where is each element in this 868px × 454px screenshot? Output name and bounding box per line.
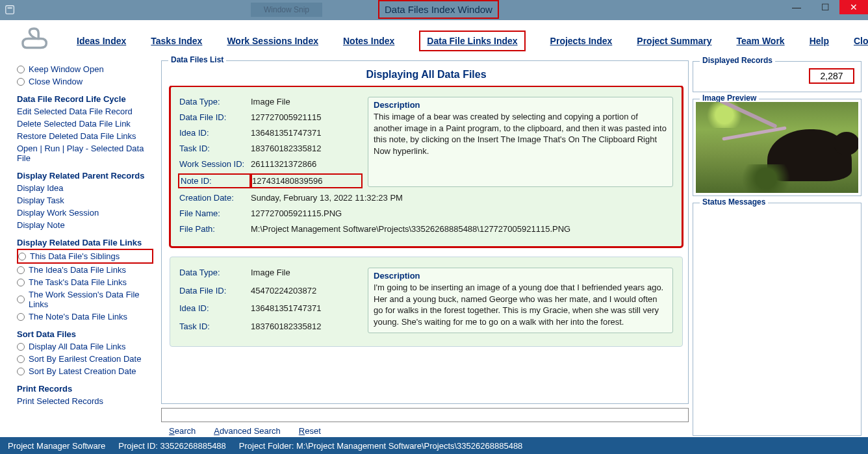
keep-window-open-label: Keep Window Open [29,64,104,74]
logo-icon [18,27,52,55]
lbl-data-type: Data Type: [179,97,251,107]
close-window-radio[interactable]: Close Window [17,75,156,88]
data-file-record[interactable]: Data Type:Image File Data File ID:127727… [170,86,683,247]
maximize-button[interactable]: ☐ [811,0,839,14]
main-toolbar: Ideas Index Tasks Index Work Sessions In… [0,19,868,58]
val-data-file-id: 45470224203872 [251,286,361,298]
description-text: I'm going to be inserting an image of a … [374,282,667,327]
description-box: Description This image of a bear was cre… [368,97,673,187]
val-task-id: 183760182335812 [251,322,361,334]
nav-close-program[interactable]: Close Program [854,36,868,46]
lbl-cdate: Creation Date: [179,193,251,203]
window-controls: — ☐ ✕ [782,0,868,14]
sort-earliest-label: Sort By Earilest Creation Date [29,354,141,364]
reset-link[interactable]: Reset [299,426,321,436]
val-fpath: M:\Project Management Software\Projects\… [251,224,673,234]
ideas-file-links-radio[interactable]: The Idea's Data File Links [17,264,156,276]
display-idea-link[interactable]: Display Idea [17,183,64,193]
nav-notes-index[interactable]: Notes Index [343,36,394,46]
data-file-record[interactable]: Data Type:Image File Data File ID:454702… [170,257,683,347]
display-task-link[interactable]: Display Task [17,195,64,205]
restore-deleted-link[interactable]: Restore Deleted Data File Links [17,131,136,141]
description-label: Description [374,271,667,281]
val-data-type: Image File [251,97,361,107]
image-preview-legend: Image Preview [700,94,759,103]
lbl-idea-id: Idea ID: [179,128,251,138]
section-print: Print Records [17,377,156,395]
edit-selected-record-link[interactable]: Edit Selected Data File Record [17,107,133,116]
status-messages-legend: Status Messages [700,197,768,207]
advanced-search-link[interactable]: Advanced Search [214,426,281,436]
section-sort: Sort Data Files [17,323,156,340]
app-icon [4,3,17,16]
val-data-file-id: 127727005921115 [251,112,361,122]
nav-project-summary[interactable]: Project Summary [637,36,711,46]
section-parent-records: Display Related Parent Records [17,164,156,182]
lbl-note-id: Note ID: [178,173,252,188]
description-label: Description [374,100,667,110]
nav-projects-index[interactable]: Projects Index [550,36,613,46]
window-snip-button[interactable]: Window Snip [251,3,322,17]
lbl-data-type: Data Type: [179,268,251,280]
display-all-links-radio[interactable]: Display All Data File Links [17,340,156,353]
display-work-session-link[interactable]: Display Work Session [17,208,99,218]
val-data-type: Image File [251,268,361,280]
right-panel: Displayed Records 2,287 Image Preview St… [693,60,862,436]
svg-rect-0 [6,5,14,14]
keep-window-open-radio[interactable]: Keep Window Open [17,63,156,75]
val-note-id: 127431480839596 [249,173,363,188]
nav-team-work[interactable]: Team Work [736,36,784,46]
lbl-data-file-id: Data File ID: [179,112,251,122]
notes-file-links-label: The Note's Data File Links [29,312,127,322]
lbl-idea-id: Idea ID: [179,303,251,316]
lbl-task-id: Task ID: [179,322,251,334]
svg-rect-1 [8,7,12,8]
displayed-records-legend: Displayed Records [700,56,775,65]
lbl-fpath: File Path: [179,224,251,234]
val-ws-id: 26111321372866 [251,159,361,169]
sort-earliest-radio[interactable]: Sort By Earilest Creation Date [17,353,156,365]
displayed-records-group: Displayed Records 2,287 [693,61,862,92]
status-messages-group: Status Messages [693,203,862,436]
left-panel: Keep Window Open Close Window Data File … [6,60,157,436]
this-files-siblings-radio[interactable]: This Data File's Siblings [17,249,153,264]
open-run-play-link[interactable]: Open | Run | Play - Selected Data File [17,144,156,163]
delete-selected-link[interactable]: Delete Selected Data File Link [17,119,131,129]
records-scroll[interactable]: Data Type:Image File Data File ID:127727… [168,86,684,399]
val-fname: 127727005921115.PNG [251,208,673,218]
val-idea-id: 136481351747371 [251,128,361,138]
footer-project-folder: Project Folder: M:\Project Management So… [239,441,523,451]
display-all-links-label: Display All Data File Links [29,342,126,351]
ws-file-links-radio[interactable]: The Work Session's Data File Links [17,288,156,310]
nav-tasks-index[interactable]: Tasks Index [151,36,202,46]
val-idea-id: 136481351747371 [251,303,361,316]
footer-app-name: Project Manager Software [8,441,105,451]
search-input[interactable] [161,408,689,422]
tasks-file-links-radio[interactable]: The Task's Data File Links [17,276,156,288]
image-preview-group: Image Preview [693,99,862,196]
section-life-cycle: Data File Record Life Cycle [17,88,156,105]
search-link-row: Search Advanced Search Reset [161,422,689,436]
search-link[interactable]: Search [169,426,196,436]
notes-file-links-radio[interactable]: The Note's Data File Links [17,310,156,323]
data-files-list-legend: Data Files List [168,55,226,64]
sort-latest-radio[interactable]: Sort By Latest Creation Date [17,365,156,377]
minimize-button[interactable]: — [782,0,811,14]
description-text: This image of a bear was created by sele… [374,111,667,157]
center-panel: Data Files List Displaying All Data File… [161,60,689,436]
sort-latest-label: Sort By Latest Creation Date [29,366,136,376]
displayed-records-count: 2,287 [809,68,854,84]
nav-ideas-index[interactable]: Ideas Index [77,36,126,46]
nav-help[interactable]: Help [810,36,829,46]
ideas-file-links-label: The Idea's Data File Links [29,265,126,275]
lbl-ws-id: Work Session ID: [179,159,251,169]
window-title: Data Files Index Window [378,0,499,19]
nav-data-file-links-index[interactable]: Data File Links Index [419,31,525,51]
title-bar: Window Snip Data Files Index Window — ☐ … [0,0,868,19]
data-files-list-group: Data Files List Displaying All Data File… [161,60,689,404]
nav-work-sessions-index[interactable]: Work Sessions Index [227,36,318,46]
display-note-link[interactable]: Display Note [17,220,65,230]
close-button[interactable]: ✕ [839,0,868,14]
print-selected-link[interactable]: Print Selected Records [17,396,103,406]
list-header: Displaying All Data Files [168,65,684,86]
